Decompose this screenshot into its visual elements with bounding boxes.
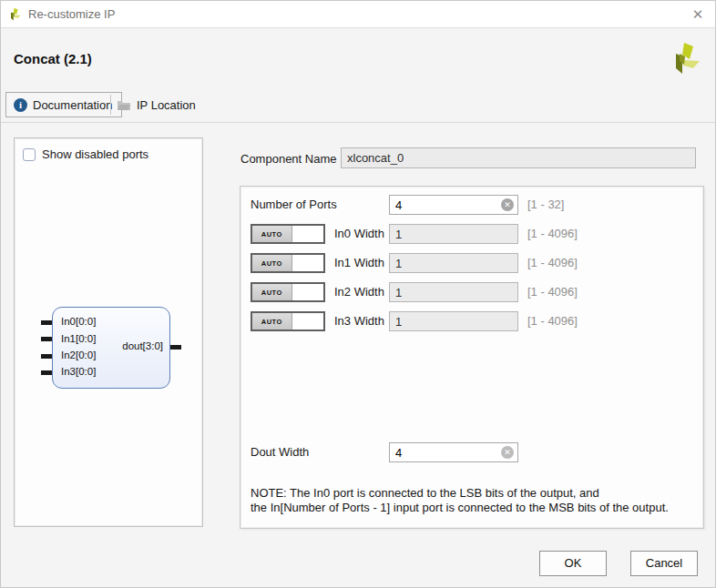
tabs-underline bbox=[1, 122, 715, 123]
in0-auto-toggle-label: AUTO bbox=[252, 226, 292, 242]
folder-icon bbox=[117, 99, 131, 111]
dout-width-input[interactable] bbox=[389, 442, 518, 462]
in0-width-label: In0 Width bbox=[334, 227, 384, 240]
in2-width-range: [1 - 4096] bbox=[527, 285, 578, 299]
clear-icon[interactable]: ✕ bbox=[501, 198, 514, 211]
clear-icon[interactable]: ✕ bbox=[501, 446, 514, 459]
note-text: NOTE: The In0 port is connected to the L… bbox=[251, 486, 669, 514]
in3-auto-toggle-label: AUTO bbox=[252, 313, 292, 329]
in0-auto-toggle-track bbox=[292, 226, 323, 242]
show-disabled-ports-checkbox[interactable] bbox=[23, 148, 36, 161]
number-of-ports-field: ✕ bbox=[389, 195, 518, 215]
number-of-ports-label: Number of Ports bbox=[251, 198, 337, 211]
in1-width-row: AUTO In1 Width [1 - 4096] bbox=[240, 253, 703, 273]
port-label-in2: In2[0:0] bbox=[61, 350, 96, 360]
info-icon: i bbox=[14, 98, 27, 112]
ok-button[interactable]: OK bbox=[539, 551, 607, 576]
in2-width-input bbox=[389, 282, 518, 302]
parameters-group: Number of Ports ✕ [1 - 32] AUTO In0 Widt… bbox=[240, 186, 704, 529]
note-line-2: the In[Number of Ports - 1] input port i… bbox=[251, 501, 669, 515]
in3-width-row: AUTO In3 Width [1 - 4096] bbox=[240, 311, 703, 331]
in2-width-field bbox=[389, 282, 518, 302]
in0-width-input bbox=[389, 224, 518, 244]
tab-ip-location-label: IP Location bbox=[137, 98, 196, 112]
in1-width-label: In1 Width bbox=[334, 256, 384, 269]
in0-auto-toggle[interactable]: AUTO bbox=[251, 224, 325, 244]
port-stub-dout bbox=[169, 345, 181, 350]
recustomize-ip-dialog: Re-customize IP ✕ Concat (2.1) i Documen… bbox=[0, 0, 716, 588]
dout-width-label: Dout Width bbox=[251, 445, 309, 459]
in2-auto-toggle[interactable]: AUTO bbox=[251, 282, 325, 302]
in1-auto-toggle-track bbox=[292, 255, 323, 271]
number-of-ports-input[interactable] bbox=[389, 195, 518, 215]
page-title: Concat (2.1) bbox=[14, 51, 92, 66]
port-label-in0: In0[0:0] bbox=[61, 316, 96, 327]
in3-auto-toggle-track bbox=[292, 313, 323, 329]
tab-ip-location[interactable]: IP Location bbox=[117, 92, 196, 117]
in3-width-range: [1 - 4096] bbox=[527, 314, 578, 328]
component-name-label: Component Name bbox=[240, 152, 337, 166]
in3-width-label: In3 Width bbox=[334, 314, 384, 328]
in1-auto-toggle-label: AUTO bbox=[252, 255, 292, 271]
in0-width-range: [1 - 4096] bbox=[527, 227, 578, 240]
symbol-preview-panel: Show disabled ports In0[0:0] In1[0:0] In… bbox=[14, 137, 203, 527]
dout-width-row: Dout Width ✕ bbox=[240, 442, 703, 462]
number-of-ports-range: [1 - 32] bbox=[527, 198, 564, 211]
note-line-1: NOTE: The In0 port is connected to the L… bbox=[251, 486, 669, 501]
in1-width-input bbox=[389, 253, 518, 273]
ip-symbol-block: In0[0:0] In1[0:0] In2[0:0] In3[0:0] dout… bbox=[52, 307, 170, 389]
close-icon[interactable]: ✕ bbox=[689, 5, 707, 24]
number-of-ports-row: Number of Ports ✕ [1 - 32] bbox=[240, 195, 703, 215]
port-label-dout: dout[3:0] bbox=[122, 340, 163, 351]
in1-width-range: [1 - 4096] bbox=[527, 256, 578, 269]
in2-width-label: In2 Width bbox=[334, 285, 384, 299]
port-label-in3: In3[0:0] bbox=[61, 366, 96, 377]
in2-auto-toggle-track bbox=[292, 284, 323, 300]
in1-width-field bbox=[389, 253, 518, 273]
in0-width-row: AUTO In0 Width [1 - 4096] bbox=[240, 224, 703, 244]
port-label-in1: In1[0:0] bbox=[61, 333, 96, 344]
dout-width-field: ✕ bbox=[389, 442, 518, 462]
in3-auto-toggle[interactable]: AUTO bbox=[251, 311, 325, 331]
show-disabled-ports-row: Show disabled ports bbox=[23, 147, 148, 161]
cancel-button[interactable]: Cancel bbox=[630, 551, 698, 576]
xilinx-brand-logo bbox=[669, 41, 701, 77]
in2-auto-toggle-label: AUTO bbox=[252, 284, 292, 300]
tab-documentation-label: Documentation bbox=[33, 98, 112, 112]
in3-width-field bbox=[389, 311, 518, 331]
show-disabled-ports-label: Show disabled ports bbox=[42, 147, 148, 161]
tab-documentation[interactable]: i Documentation bbox=[5, 92, 122, 117]
component-name-input[interactable] bbox=[341, 147, 696, 168]
window-title: Re-customize IP bbox=[28, 7, 115, 21]
title-bar: Re-customize IP ✕ bbox=[1, 1, 715, 28]
tab-divider bbox=[110, 95, 111, 115]
in2-width-row: AUTO In2 Width [1 - 4096] bbox=[240, 282, 703, 302]
xilinx-logo-icon bbox=[7, 7, 22, 22]
in3-width-input bbox=[389, 311, 518, 331]
in1-auto-toggle[interactable]: AUTO bbox=[251, 253, 325, 273]
in0-width-field bbox=[389, 224, 518, 244]
